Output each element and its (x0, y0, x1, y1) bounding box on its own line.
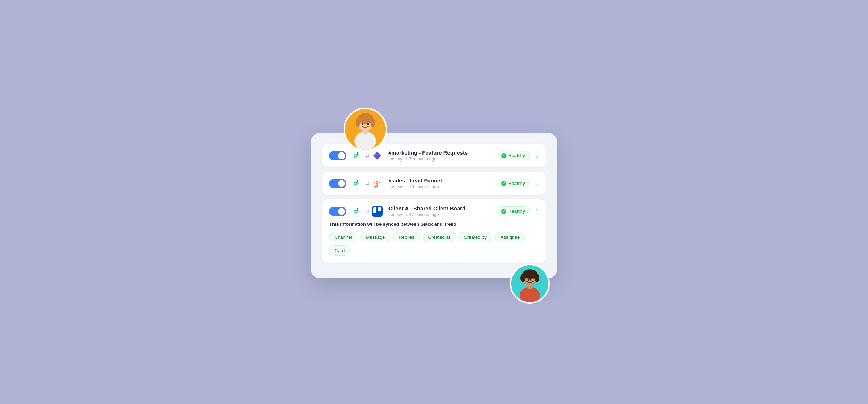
sync-row-sales: ⇄ #sales - Lead Funnel (322, 172, 546, 195)
tag-assignee: Assignee (495, 232, 525, 242)
tags-row: Channel Message Replies Created at Creat… (329, 232, 539, 256)
svg-point-3 (356, 118, 360, 127)
svg-rect-59 (528, 285, 532, 289)
health-dot-sales (501, 181, 506, 186)
svg-rect-41 (357, 208, 358, 209)
slack-icon-marketing (352, 150, 363, 161)
hubspot-icon-sales (372, 178, 383, 189)
svg-rect-15 (357, 155, 358, 156)
svg-rect-21 (354, 182, 356, 184)
toggle-client[interactable] (329, 207, 346, 216)
svg-rect-45 (354, 212, 356, 213)
row-subtitle-client: Last sync: 47 minutes ago (388, 212, 497, 217)
row-title-client: Client A - Shared Client Board (388, 205, 497, 211)
health-badge-marketing: Healthy (497, 151, 530, 160)
svg-rect-35 (379, 182, 380, 183)
svg-point-37 (374, 186, 377, 188)
chevron-sales[interactable]: ⌄ (534, 180, 539, 187)
sync-arrows-icon-sales: ⇄ (365, 181, 370, 186)
row-info-sales: #sales - Lead Funnel Last sync: 19 minut… (388, 177, 497, 189)
svg-rect-10 (354, 154, 356, 156)
sync-arrows-icon: ⇄ (365, 153, 370, 159)
svg-rect-14 (358, 155, 359, 156)
svg-rect-40 (356, 210, 357, 211)
svg-point-7 (362, 123, 364, 125)
health-dot-marketing (501, 153, 506, 158)
sync-arrows-icon-client: ⇄ (365, 209, 370, 214)
svg-rect-13 (357, 154, 358, 155)
svg-rect-42 (357, 209, 358, 211)
icons-group-marketing: ⇄ (352, 150, 383, 161)
tag-replies: Replies (393, 232, 420, 242)
sync-info-text: This information will be synced between … (329, 222, 539, 227)
tag-created-by: Created by (458, 232, 492, 242)
scene: ⇄ #marketing - Feature Requests Last syn… (311, 133, 557, 278)
svg-rect-34 (374, 182, 375, 183)
row-subtitle-marketing: Last sync: 7 minutes ago (388, 156, 497, 162)
trello-icon-client (372, 206, 383, 217)
health-badge-sales: Healthy (497, 179, 530, 188)
row-subtitle-sales: Last sync: 19 minutes ago (388, 184, 497, 189)
svg-rect-23 (357, 180, 358, 181)
health-badge-client: Healthy (497, 206, 530, 216)
toggle-marketing[interactable] (329, 151, 346, 160)
svg-rect-44 (357, 210, 358, 212)
avatar-top (344, 108, 387, 151)
toggle-sales[interactable] (329, 179, 346, 188)
svg-rect-12 (357, 152, 358, 154)
svg-rect-17 (356, 156, 357, 158)
row-title-sales: #sales - Lead Funnel (388, 177, 497, 184)
svg-rect-16 (354, 156, 356, 158)
row-info-marketing: #marketing - Feature Requests Last sync:… (388, 150, 497, 162)
linear-icon-marketing (372, 150, 383, 161)
row-info-client: Client A - Shared Client Board Last sync… (388, 205, 497, 217)
chevron-client[interactable]: ⌃ (534, 208, 539, 215)
svg-rect-28 (356, 184, 357, 185)
svg-rect-32 (376, 181, 378, 182)
svg-point-4 (370, 118, 375, 127)
svg-rect-46 (356, 212, 357, 213)
svg-rect-43 (358, 210, 359, 212)
svg-rect-39 (354, 210, 356, 211)
tag-channel: Channel (329, 232, 357, 242)
svg-rect-27 (354, 184, 356, 185)
expanded-section-client: ⇄ Client A - Shared Client Board Last sy… (322, 199, 546, 263)
svg-point-8 (367, 123, 369, 125)
chevron-marketing[interactable]: ⌄ (534, 152, 539, 159)
svg-point-31 (376, 182, 378, 183)
main-card: ⇄ #marketing - Feature Requests Last syn… (311, 133, 557, 278)
slack-icon-client (352, 206, 363, 217)
avatar-bottom (510, 264, 550, 304)
tag-created-at: Created at (423, 232, 456, 242)
svg-rect-25 (358, 182, 359, 184)
svg-rect-49 (378, 207, 381, 211)
svg-rect-11 (356, 154, 357, 156)
sync-row-client: ⇄ Client A - Shared Client Board Last sy… (329, 205, 539, 217)
health-dot-client (501, 209, 506, 214)
svg-rect-26 (357, 182, 358, 184)
svg-rect-48 (373, 207, 376, 213)
svg-point-54 (535, 274, 539, 282)
svg-rect-22 (356, 182, 357, 184)
tag-card: Card (329, 245, 350, 256)
tag-message: Message (360, 232, 390, 242)
svg-rect-24 (357, 181, 358, 183)
row-title-marketing: #marketing - Feature Requests (388, 150, 497, 156)
icons-group-sales: ⇄ (352, 178, 383, 189)
svg-rect-6 (363, 129, 367, 134)
icons-group-client: ⇄ (352, 206, 383, 217)
slack-icon-sales (352, 178, 363, 189)
